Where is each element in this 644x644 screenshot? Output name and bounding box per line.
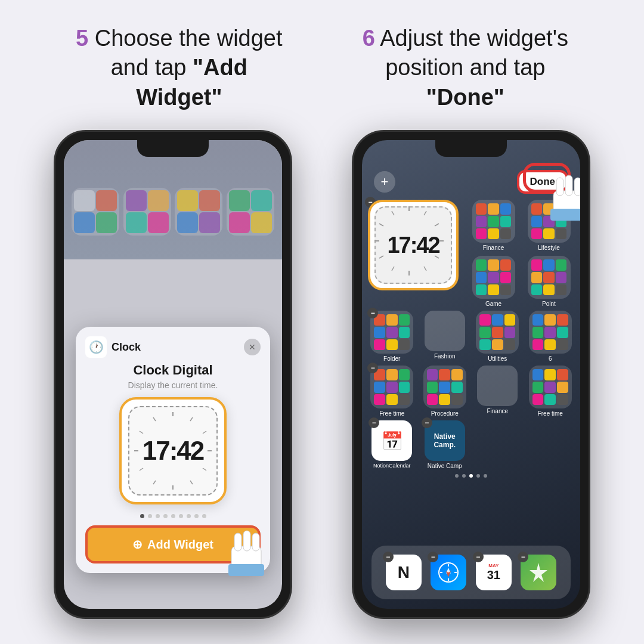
svg-line-25 <box>379 256 383 258</box>
phone2-screen: + Done − <box>362 140 580 609</box>
fmain-9 <box>399 339 410 351</box>
svg-line-27 <box>379 224 383 226</box>
folder-utilities[interactable] <box>476 311 519 354</box>
point-app-3 <box>556 259 567 271</box>
app-point: Point <box>524 256 574 307</box>
dock-notion[interactable]: − N <box>386 555 422 590</box>
page-dots-home <box>362 474 580 478</box>
phone1: 🕐 Clock ✕ Clock Digital Display the curr… <box>54 130 292 619</box>
svg-line-21 <box>435 256 439 258</box>
ft2-4 <box>532 382 544 393</box>
folder-finance[interactable] <box>472 200 515 243</box>
proc-2 <box>439 369 450 380</box>
ls-app-7 <box>531 228 543 240</box>
app-finance2[interactable] <box>477 366 518 406</box>
svg-line-1 <box>190 417 193 421</box>
step6-text1: Adjust the widget'sposition and tap <box>380 26 568 80</box>
bg-mini-14 <box>251 190 272 211</box>
add-page-button[interactable]: + <box>374 171 395 193</box>
app-folder-cell: − Folder <box>368 311 416 362</box>
dock: − N − <box>371 546 571 599</box>
svg-line-19 <box>435 224 439 226</box>
folder-app-1 <box>476 203 487 215</box>
dock-calendar[interactable]: − MAY 31 <box>476 555 512 590</box>
ft1-3 <box>399 369 410 380</box>
dot-3 <box>156 514 160 518</box>
point-app-1 <box>531 259 543 271</box>
step5-number: 5 <box>76 26 88 51</box>
empty-slot-2 <box>527 420 575 469</box>
ft2-8 <box>544 394 556 405</box>
bg-mini-15 <box>229 212 250 233</box>
modal-close-button[interactable]: ✕ <box>244 339 261 355</box>
home-grid: − <box>362 200 580 469</box>
proc-6 <box>451 382 463 393</box>
dot-5 <box>171 514 175 518</box>
modal-app-info: 🕐 Clock <box>85 336 141 358</box>
ft2-2 <box>544 369 556 380</box>
bg-mini-1 <box>74 190 95 211</box>
modal-app-name: Clock <box>112 341 141 354</box>
point-app-7 <box>531 284 543 296</box>
dock-spark[interactable]: − <box>521 555 556 590</box>
bg-group4 <box>227 188 274 236</box>
add-widget-label: Add Widget <box>147 538 213 552</box>
util-3 <box>504 314 516 326</box>
app-finance: Finance <box>468 200 519 251</box>
large-widget-wrapper: − <box>368 200 463 290</box>
step5-text1: Choose the widgetand tap <box>95 26 283 80</box>
folder-freetime2[interactable] <box>529 366 572 408</box>
dock-spark-minus: − <box>518 552 528 562</box>
util-6 <box>504 327 516 338</box>
clock-app-icon: 🕐 <box>85 336 107 358</box>
app-name-finance: Finance <box>483 244 504 251</box>
step6-bold: "Done" <box>426 85 504 110</box>
dot-4 <box>163 514 168 518</box>
svg-rect-15 <box>252 533 259 551</box>
ft1-8 <box>386 394 398 405</box>
folder-freetime1[interactable]: − <box>370 366 413 408</box>
hand-cursor-2 <box>544 170 580 224</box>
6-app-3 <box>557 314 568 326</box>
app-name-lifestyle: Lifestyle <box>538 244 560 251</box>
folder-procedure[interactable] <box>423 366 466 408</box>
6-app-5 <box>544 327 556 338</box>
app-native-camp[interactable]: − NativeCamp. <box>425 420 465 461</box>
folder-6[interactable] <box>529 311 572 354</box>
game-app-2 <box>488 259 499 271</box>
util-8 <box>492 339 503 351</box>
folder-main[interactable]: − <box>370 311 413 354</box>
folder-point[interactable] <box>528 256 571 299</box>
app-name-point: Point <box>542 301 556 307</box>
bg-mini-6 <box>148 190 169 211</box>
dot-2 <box>148 514 152 518</box>
hand-cursor-1 <box>222 525 270 579</box>
app-notion-calendar[interactable]: − 📅 <box>371 420 412 461</box>
proc-8 <box>439 394 450 405</box>
util-1 <box>479 314 491 326</box>
util-9 <box>504 339 516 351</box>
game-app-3 <box>500 259 512 271</box>
notion-icon-symbol: 📅 <box>381 431 403 451</box>
bg-mini-10 <box>199 190 220 211</box>
svg-line-5 <box>190 481 193 484</box>
app-freetime1-cell: − Free time <box>368 366 416 417</box>
svg-line-22 <box>424 267 426 271</box>
dock-safari-minus: − <box>428 552 438 562</box>
app-finance2-cell: Finance <box>473 366 522 417</box>
svg-line-7 <box>153 481 156 484</box>
app-fashion[interactable] <box>425 311 465 351</box>
folder-game[interactable] <box>472 256 515 299</box>
app-name-notion: NotionCalendar <box>373 463 411 469</box>
dot-7 <box>187 514 191 518</box>
dot-9 <box>202 514 206 518</box>
ft1-9 <box>399 394 410 405</box>
dock-safari[interactable]: − <box>431 555 466 590</box>
app-fashion-cell: Fashion <box>421 311 469 362</box>
svg-marker-36 <box>530 563 547 582</box>
svg-line-4 <box>203 468 206 470</box>
app-name-utilities: Utilities <box>488 355 507 362</box>
proc-3 <box>451 369 463 380</box>
ft2-1 <box>532 369 544 380</box>
phone1-screen: 🕐 Clock ✕ Clock Digital Display the curr… <box>64 140 282 609</box>
